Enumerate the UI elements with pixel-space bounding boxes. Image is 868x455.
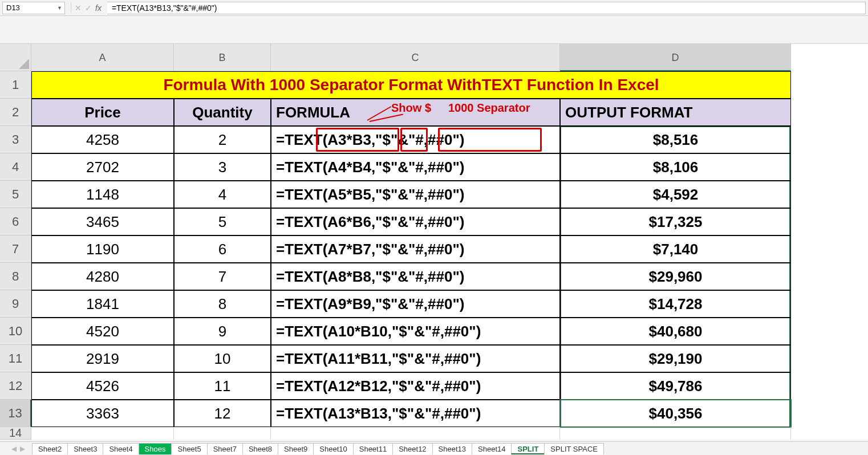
row-header-6[interactable]: 6 xyxy=(0,208,31,235)
col-header-B[interactable]: B xyxy=(174,44,271,71)
row-header-4[interactable]: 4 xyxy=(0,153,31,181)
header-formula[interactable]: FORMULA Show $ 1000 Separator xyxy=(271,99,560,126)
sheet-tab[interactable]: Sheet12 xyxy=(392,443,432,454)
cell-D9[interactable]: $14,728 xyxy=(560,290,791,318)
cell-D7[interactable]: $7,140 xyxy=(560,235,791,263)
cell-B8[interactable]: 7 xyxy=(174,263,271,290)
col-header-C[interactable]: C xyxy=(271,44,560,71)
cell-B9[interactable]: 8 xyxy=(174,290,271,318)
row-header-12[interactable]: 12 xyxy=(0,372,31,400)
cell-B11[interactable]: 10 xyxy=(174,345,271,372)
row-header-10[interactable]: 10 xyxy=(0,318,31,345)
cell-B7[interactable]: 6 xyxy=(174,235,271,263)
fx-icon[interactable]: fx xyxy=(95,3,102,13)
cell-A3[interactable]: 4258 xyxy=(31,126,174,153)
cell-B14[interactable] xyxy=(174,427,271,440)
cell-D10[interactable]: $40,680 xyxy=(560,318,791,345)
callout-1000-separator: 1000 Separator xyxy=(448,101,530,115)
cell-C6[interactable]: =TEXT(A6*B6,"$"&"#,##0") xyxy=(271,208,560,235)
formula-text: =TEXT(A13*B13,"$"&"#,##0") xyxy=(112,3,217,13)
row-header-7[interactable]: 7 xyxy=(0,235,31,263)
callout-line-2 xyxy=(370,114,403,122)
sheet-tab[interactable]: Sheet4 xyxy=(103,443,139,454)
cell-D14[interactable] xyxy=(560,427,791,440)
cell-C10[interactable]: =TEXT(A10*B10,"$"&"#,##0") xyxy=(271,318,560,345)
cell-C3[interactable]: =TEXT(A3*B3,"$"&"#,##0") xyxy=(271,126,560,153)
header-quantity[interactable]: Quantity xyxy=(174,99,271,126)
spreadsheet-grid[interactable]: A B C D 1 Formula With 1000 Separator Fo… xyxy=(0,44,868,440)
accept-icon[interactable]: ✓ xyxy=(85,3,92,13)
cell-C7[interactable]: =TEXT(A7*B7,"$"&"#,##0") xyxy=(271,235,560,263)
sheet-tab[interactable]: Sheet9 xyxy=(278,443,314,454)
name-box-dropdown-icon[interactable]: ▼ xyxy=(57,5,62,11)
cell-A14[interactable] xyxy=(31,427,174,440)
title-cell[interactable]: Formula With 1000 Separator Format WithT… xyxy=(31,71,791,99)
select-all-corner[interactable] xyxy=(0,44,31,71)
header-output[interactable]: OUTPUT FORMAT xyxy=(560,99,791,126)
name-box[interactable]: D13 ▼ xyxy=(2,2,65,14)
row-header-3[interactable]: 3 xyxy=(0,126,31,153)
row-header-11[interactable]: 11 xyxy=(0,345,31,372)
sheet-tab[interactable]: Sheet13 xyxy=(432,443,472,454)
row-header-5[interactable]: 5 xyxy=(0,181,31,208)
sheet-tab[interactable]: Sheet10 xyxy=(313,443,353,454)
cell-A9[interactable]: 1841 xyxy=(31,290,174,318)
cell-D5[interactable]: $4,592 xyxy=(560,181,791,208)
cell-C9[interactable]: =TEXT(A9*B9,"$"&"#,##0") xyxy=(271,290,560,318)
cell-A13[interactable]: 3363 xyxy=(31,400,174,427)
sheet-tab[interactable]: SPLIT xyxy=(511,443,545,454)
cell-A10[interactable]: 4520 xyxy=(31,318,174,345)
cell-B13[interactable]: 12 xyxy=(174,400,271,427)
sheet-tab[interactable]: Sheet5 xyxy=(171,443,207,454)
sheet-tab[interactable]: SPLIT SPACE xyxy=(544,443,604,454)
row-header-2[interactable]: 2 xyxy=(0,99,31,126)
cell-C4[interactable]: =TEXT(A4*B4,"$"&"#,##0") xyxy=(271,153,560,181)
cell-D6[interactable]: $17,325 xyxy=(560,208,791,235)
cell-B5[interactable]: 4 xyxy=(174,181,271,208)
sheet-tab[interactable]: Sheet8 xyxy=(242,443,278,454)
cell-C14[interactable] xyxy=(271,427,560,440)
sheet-tab[interactable]: Sheet3 xyxy=(67,443,103,454)
cell-B3[interactable]: 2 xyxy=(174,126,271,153)
tab-next-icon[interactable]: ▶ xyxy=(20,445,25,453)
cell-B10[interactable]: 9 xyxy=(174,318,271,345)
callout-line-1 xyxy=(367,106,392,121)
header-price[interactable]: Price xyxy=(31,99,174,126)
sheet-tab[interactable]: Sheet7 xyxy=(207,443,243,454)
cell-C8[interactable]: =TEXT(A8*B8,"$"&"#,##0") xyxy=(271,263,560,290)
cell-A6[interactable]: 3465 xyxy=(31,208,174,235)
tab-prev-icon[interactable]: ◀ xyxy=(11,445,17,453)
sheet-tab[interactable]: Sheet2 xyxy=(32,443,68,454)
cell-A11[interactable]: 2919 xyxy=(31,345,174,372)
row-header-14[interactable]: 14 xyxy=(0,427,31,440)
cell-D3[interactable]: $8,516 xyxy=(560,126,791,153)
sheet-tab[interactable]: Sheet11 xyxy=(353,443,393,454)
cell-B12[interactable]: 11 xyxy=(174,372,271,400)
col-header-D[interactable]: D xyxy=(560,44,791,71)
col-header-A[interactable]: A xyxy=(31,44,174,71)
cell-C5[interactable]: =TEXT(A5*B5,"$"&"#,##0") xyxy=(271,181,560,208)
sheet-tab[interactable]: Shoes xyxy=(139,443,172,454)
cell-D4[interactable]: $8,106 xyxy=(560,153,791,181)
cell-C12[interactable]: =TEXT(A12*B12,"$"&"#,##0") xyxy=(271,372,560,400)
cell-C13[interactable]: =TEXT(A13*B13,"$"&"#,##0") xyxy=(271,400,560,427)
row-header-8[interactable]: 8 xyxy=(0,263,31,290)
cell-C11[interactable]: =TEXT(A11*B11,"$"&"#,##0") xyxy=(271,345,560,372)
row-header-1[interactable]: 1 xyxy=(0,71,31,99)
cell-D11[interactable]: $29,190 xyxy=(560,345,791,372)
cell-D12[interactable]: $49,786 xyxy=(560,372,791,400)
formula-input[interactable]: =TEXT(A13*B13,"$"&"#,##0") xyxy=(107,2,866,14)
cell-A8[interactable]: 4280 xyxy=(31,263,174,290)
row-header-9[interactable]: 9 xyxy=(0,290,31,318)
cell-A12[interactable]: 4526 xyxy=(31,372,174,400)
cancel-icon[interactable]: ✕ xyxy=(75,3,82,13)
cell-A7[interactable]: 1190 xyxy=(31,235,174,263)
cell-B4[interactable]: 3 xyxy=(174,153,271,181)
cell-A5[interactable]: 1148 xyxy=(31,181,174,208)
sheet-tab[interactable]: Sheet14 xyxy=(472,443,512,454)
cell-D8[interactable]: $29,960 xyxy=(560,263,791,290)
cell-D13[interactable]: $40,356 xyxy=(560,400,791,427)
row-header-13[interactable]: 13 xyxy=(0,400,31,427)
cell-B6[interactable]: 5 xyxy=(174,208,271,235)
cell-A4[interactable]: 2702 xyxy=(31,153,174,181)
